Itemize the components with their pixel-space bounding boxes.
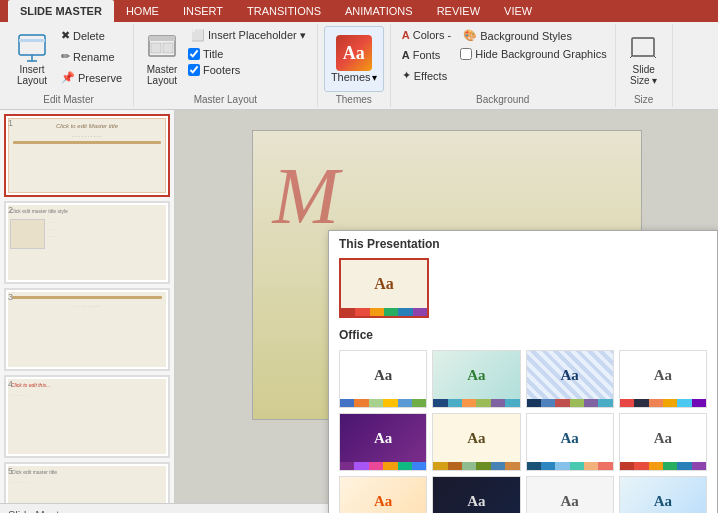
theme-8-colors [620, 462, 706, 470]
themes-button[interactable]: Aa Themes ▾ [324, 26, 384, 92]
hide-bg-checkbox[interactable] [460, 48, 472, 60]
master-layout-button[interactable]: MasterLayout [140, 26, 184, 92]
title-label: Title [203, 48, 223, 60]
fonts-button[interactable]: A Fonts [397, 46, 456, 64]
themes-group-label: Themes [336, 92, 372, 105]
footers-checkbox[interactable] [188, 64, 200, 76]
theme-current[interactable]: Aa [339, 258, 429, 318]
master-layout-label: MasterLayout [147, 64, 178, 86]
tab-view[interactable]: VIEW [492, 0, 544, 22]
background-col2: 🎨 Background Styles Hide Background Grap… [458, 26, 608, 61]
tab-transitions[interactable]: TRANSITIONS [235, 0, 333, 22]
theme-office-10[interactable]: Aa [432, 476, 520, 513]
rename-label: Rename [73, 51, 115, 63]
theme-office-12[interactable]: Aa [619, 476, 707, 513]
themes-label: Themes [331, 71, 371, 83]
ribbon-bar: InsertLayout ✖ Delete ✏ Rename 📌 Preserv… [0, 22, 718, 110]
theme-4-colors [620, 399, 706, 407]
theme-office-8[interactable]: Aa [619, 413, 707, 471]
background-group-label: Background [476, 92, 529, 105]
svg-rect-8 [632, 38, 654, 56]
themes-label-row: Themes ▾ [331, 71, 377, 83]
bg-styles-label: Background Styles [480, 30, 572, 42]
theme-office-5[interactable]: Aa [339, 413, 427, 471]
theme-office-9[interactable]: Aa [339, 476, 427, 513]
rename-button[interactable]: ✏ Rename [56, 47, 127, 66]
effects-icon: ✦ [402, 69, 411, 82]
main-area: 1 Click to edit Master title - - - - - -… [0, 110, 718, 503]
fonts-label: Fonts [413, 49, 441, 61]
background-col1: A Colors - A Fonts ✦ Effects [397, 26, 456, 85]
svg-rect-6 [151, 43, 161, 53]
slide-thumb-1[interactable]: 1 Click to edit Master title - - - - - -… [4, 114, 170, 197]
theme-5-preview: Aa [340, 414, 426, 462]
theme-9-preview: Aa [340, 477, 426, 513]
hide-bg-checkbox-row[interactable]: Hide Background Graphics [458, 47, 608, 61]
slide-size-icon [628, 32, 660, 64]
delete-icon: ✖ [61, 29, 70, 42]
master-layout-icon [146, 32, 178, 64]
theme-office-7[interactable]: Aa [526, 413, 614, 471]
footers-checkbox-row[interactable]: Footers [186, 63, 311, 77]
theme-1-colors [340, 399, 426, 407]
svg-rect-0 [19, 35, 45, 55]
slide-panel: 1 Click to edit Master title - - - - - -… [0, 110, 175, 503]
themes-content: Aa Themes ▾ [324, 26, 384, 92]
theme-office-11[interactable]: Aa [526, 476, 614, 513]
preserve-icon: 📌 [61, 71, 75, 84]
colors-label: Colors - [413, 29, 452, 41]
svg-rect-5 [149, 36, 175, 41]
slide-thumb-5[interactable]: 5 Click edit master title · · · · · · · … [4, 462, 170, 503]
edit-master-col: ✖ Delete ✏ Rename 📌 Preserve [56, 26, 127, 87]
edit-master-label: Edit Master [43, 92, 94, 105]
theme-current-colors [341, 308, 427, 316]
slide-3-preview: · · · · · · · · · · [8, 292, 166, 367]
group-master-layout: MasterLayout ⬜ Insert Placeholder ▾ Titl… [134, 24, 318, 107]
colors-icon: A [402, 29, 410, 41]
colors-button[interactable]: A Colors - [397, 26, 456, 44]
title-checkbox[interactable] [188, 48, 200, 60]
theme-office-6[interactable]: Aa [432, 413, 520, 471]
office-themes-grid: Aa Aa Aa Aa [329, 345, 717, 513]
insert-layout-icon [16, 32, 48, 64]
insert-placeholder-button[interactable]: ⬜ Insert Placeholder ▾ [186, 26, 311, 45]
slide-size-label: SlideSize ▾ [630, 64, 657, 86]
effects-button[interactable]: ✦ Effects [397, 66, 456, 85]
background-content: A Colors - A Fonts ✦ Effects 🎨 [397, 26, 609, 92]
preserve-button[interactable]: 📌 Preserve [56, 68, 127, 87]
slide-thumb-4[interactable]: 4 Click to edit this... · · · · · · · · … [4, 375, 170, 458]
delete-label: Delete [73, 30, 105, 42]
tab-home[interactable]: HOME [114, 0, 171, 22]
slide-thumb-3[interactable]: 3 · · · · · · · · · · [4, 288, 170, 371]
slide-4-preview: Click to edit this... · · · · · · · · · [8, 379, 166, 454]
insert-placeholder-label: Insert Placeholder ▾ [208, 29, 306, 42]
slide-thumb-2[interactable]: 2 Click edit master title style · · · · … [4, 201, 170, 284]
theme-current-preview: Aa [341, 260, 427, 308]
insert-layout-button[interactable]: InsertLayout [10, 26, 54, 92]
theme-3-preview: Aa [527, 351, 613, 399]
edit-master-content: InsertLayout ✖ Delete ✏ Rename 📌 Preserv… [10, 26, 127, 92]
theme-office-3[interactable]: Aa [526, 350, 614, 408]
title-checkbox-row[interactable]: Title [186, 47, 311, 61]
tab-insert[interactable]: INSERT [171, 0, 235, 22]
insert-layout-label: InsertLayout [17, 64, 47, 86]
tab-animations[interactable]: ANIMATIONS [333, 0, 425, 22]
status-text: Slide Master [8, 509, 69, 514]
delete-button[interactable]: ✖ Delete [56, 26, 127, 45]
themes-dropdown-arrow: ▾ [372, 72, 377, 83]
theme-office-4[interactable]: Aa [619, 350, 707, 408]
theme-office-1[interactable]: Aa [339, 350, 427, 408]
theme-11-preview: Aa [527, 477, 613, 513]
this-presentation-themes: Aa [329, 254, 717, 322]
hide-bg-label: Hide Background Graphics [475, 48, 606, 60]
theme-1-preview: Aa [340, 351, 426, 399]
tab-review[interactable]: REVIEW [425, 0, 492, 22]
content-area: M This Presentation Aa Office [175, 110, 718, 503]
svg-rect-1 [19, 39, 45, 42]
theme-8-preview: Aa [620, 414, 706, 462]
slide-size-button[interactable]: SlideSize ▾ [622, 26, 666, 92]
theme-office-2[interactable]: Aa [432, 350, 520, 408]
themes-icon: Aa [336, 35, 372, 71]
background-styles-button[interactable]: 🎨 Background Styles [458, 26, 608, 45]
tab-slide-master[interactable]: SLIDE MASTER [8, 0, 114, 22]
